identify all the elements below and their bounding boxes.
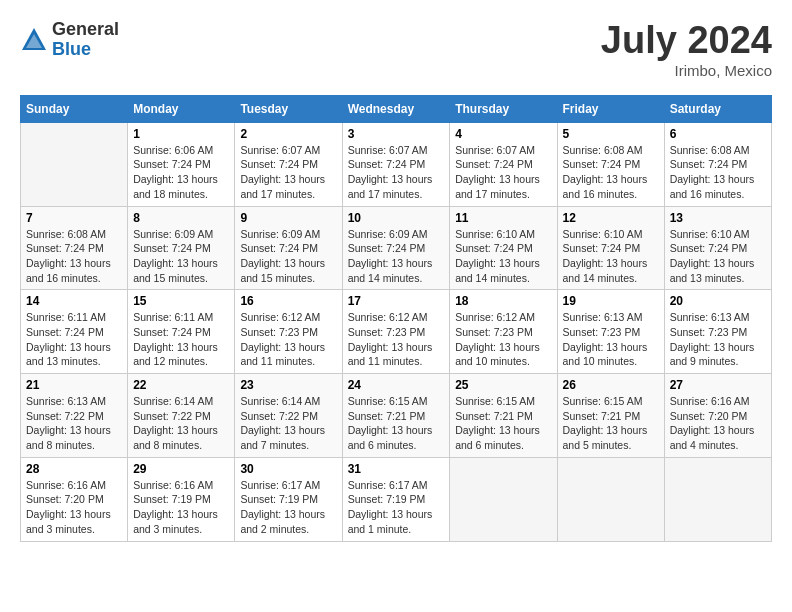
daylight-text: Daylight: 13 hours and 10 minutes. [563,341,648,368]
sunset-text: Sunset: 7:23 PM [563,326,641,338]
table-row: 15 Sunrise: 6:11 AM Sunset: 7:24 PM Dayl… [128,290,235,374]
day-number: 13 [670,211,766,225]
sunset-text: Sunset: 7:19 PM [348,493,426,505]
sunset-text: Sunset: 7:24 PM [563,242,641,254]
sunset-text: Sunset: 7:24 PM [133,326,211,338]
daylight-text: Daylight: 13 hours and 8 minutes. [133,424,218,451]
day-number: 7 [26,211,122,225]
cell-content: Sunrise: 6:15 AM Sunset: 7:21 PM Dayligh… [455,394,551,453]
day-number: 1 [133,127,229,141]
sunset-text: Sunset: 7:20 PM [26,493,104,505]
day-number: 15 [133,294,229,308]
day-number: 8 [133,211,229,225]
daylight-text: Daylight: 13 hours and 14 minutes. [563,257,648,284]
col-saturday: Saturday [664,95,771,122]
sunset-text: Sunset: 7:22 PM [133,410,211,422]
day-number: 19 [563,294,659,308]
table-row: 27 Sunrise: 6:16 AM Sunset: 7:20 PM Dayl… [664,374,771,458]
table-row: 22 Sunrise: 6:14 AM Sunset: 7:22 PM Dayl… [128,374,235,458]
logo-icon [20,26,48,54]
table-row: 11 Sunrise: 6:10 AM Sunset: 7:24 PM Dayl… [450,206,557,290]
sunrise-text: Sunrise: 6:13 AM [563,311,643,323]
sunset-text: Sunset: 7:21 PM [563,410,641,422]
table-row: 25 Sunrise: 6:15 AM Sunset: 7:21 PM Dayl… [450,374,557,458]
sunrise-text: Sunrise: 6:15 AM [348,395,428,407]
table-row: 2 Sunrise: 6:07 AM Sunset: 7:24 PM Dayli… [235,122,342,206]
day-number: 20 [670,294,766,308]
daylight-text: Daylight: 13 hours and 14 minutes. [348,257,433,284]
cell-content: Sunrise: 6:10 AM Sunset: 7:24 PM Dayligh… [670,227,766,286]
daylight-text: Daylight: 13 hours and 16 minutes. [670,173,755,200]
table-row [450,457,557,541]
cell-content: Sunrise: 6:13 AM Sunset: 7:22 PM Dayligh… [26,394,122,453]
col-monday: Monday [128,95,235,122]
daylight-text: Daylight: 13 hours and 3 minutes. [26,508,111,535]
day-number: 10 [348,211,445,225]
daylight-text: Daylight: 13 hours and 11 minutes. [240,341,325,368]
sunrise-text: Sunrise: 6:14 AM [240,395,320,407]
logo: General Blue [20,20,119,60]
table-row [664,457,771,541]
sunset-text: Sunset: 7:19 PM [240,493,318,505]
day-number: 11 [455,211,551,225]
table-row: 3 Sunrise: 6:07 AM Sunset: 7:24 PM Dayli… [342,122,450,206]
page-header: General Blue July 2024 Irimbo, Mexico [20,20,772,79]
sunset-text: Sunset: 7:21 PM [348,410,426,422]
cell-content: Sunrise: 6:11 AM Sunset: 7:24 PM Dayligh… [26,310,122,369]
table-row: 28 Sunrise: 6:16 AM Sunset: 7:20 PM Dayl… [21,457,128,541]
col-sunday: Sunday [21,95,128,122]
cell-content: Sunrise: 6:09 AM Sunset: 7:24 PM Dayligh… [240,227,336,286]
calendar-row: 21 Sunrise: 6:13 AM Sunset: 7:22 PM Dayl… [21,374,772,458]
table-row [557,457,664,541]
sunset-text: Sunset: 7:24 PM [670,158,748,170]
table-row: 24 Sunrise: 6:15 AM Sunset: 7:21 PM Dayl… [342,374,450,458]
table-row: 7 Sunrise: 6:08 AM Sunset: 7:24 PM Dayli… [21,206,128,290]
calendar-table: Sunday Monday Tuesday Wednesday Thursday… [20,95,772,542]
day-number: 22 [133,378,229,392]
sunrise-text: Sunrise: 6:06 AM [133,144,213,156]
table-row: 6 Sunrise: 6:08 AM Sunset: 7:24 PM Dayli… [664,122,771,206]
day-number: 16 [240,294,336,308]
table-row: 4 Sunrise: 6:07 AM Sunset: 7:24 PM Dayli… [450,122,557,206]
cell-content: Sunrise: 6:14 AM Sunset: 7:22 PM Dayligh… [133,394,229,453]
day-number: 5 [563,127,659,141]
table-row: 20 Sunrise: 6:13 AM Sunset: 7:23 PM Dayl… [664,290,771,374]
cell-content: Sunrise: 6:08 AM Sunset: 7:24 PM Dayligh… [670,143,766,202]
sunrise-text: Sunrise: 6:11 AM [133,311,213,323]
day-number: 2 [240,127,336,141]
sunset-text: Sunset: 7:24 PM [348,242,426,254]
table-row: 10 Sunrise: 6:09 AM Sunset: 7:24 PM Dayl… [342,206,450,290]
sunrise-text: Sunrise: 6:12 AM [348,311,428,323]
sunset-text: Sunset: 7:24 PM [26,242,104,254]
sunrise-text: Sunrise: 6:16 AM [26,479,106,491]
sunset-text: Sunset: 7:24 PM [240,158,318,170]
cell-content: Sunrise: 6:14 AM Sunset: 7:22 PM Dayligh… [240,394,336,453]
daylight-text: Daylight: 13 hours and 10 minutes. [455,341,540,368]
calendar-row: 28 Sunrise: 6:16 AM Sunset: 7:20 PM Dayl… [21,457,772,541]
day-number: 25 [455,378,551,392]
sunset-text: Sunset: 7:19 PM [133,493,211,505]
daylight-text: Daylight: 13 hours and 5 minutes. [563,424,648,451]
table-row: 9 Sunrise: 6:09 AM Sunset: 7:24 PM Dayli… [235,206,342,290]
cell-content: Sunrise: 6:08 AM Sunset: 7:24 PM Dayligh… [563,143,659,202]
cell-content: Sunrise: 6:16 AM Sunset: 7:20 PM Dayligh… [26,478,122,537]
daylight-text: Daylight: 13 hours and 15 minutes. [133,257,218,284]
daylight-text: Daylight: 13 hours and 7 minutes. [240,424,325,451]
cell-content: Sunrise: 6:07 AM Sunset: 7:24 PM Dayligh… [240,143,336,202]
sunrise-text: Sunrise: 6:07 AM [348,144,428,156]
sunrise-text: Sunrise: 6:13 AM [670,311,750,323]
daylight-text: Daylight: 13 hours and 18 minutes. [133,173,218,200]
day-number: 17 [348,294,445,308]
daylight-text: Daylight: 13 hours and 13 minutes. [26,341,111,368]
sunrise-text: Sunrise: 6:09 AM [133,228,213,240]
cell-content: Sunrise: 6:12 AM Sunset: 7:23 PM Dayligh… [348,310,445,369]
table-row [21,122,128,206]
day-number: 30 [240,462,336,476]
daylight-text: Daylight: 13 hours and 16 minutes. [26,257,111,284]
day-number: 23 [240,378,336,392]
daylight-text: Daylight: 13 hours and 4 minutes. [670,424,755,451]
sunset-text: Sunset: 7:21 PM [455,410,533,422]
sunrise-text: Sunrise: 6:17 AM [240,479,320,491]
cell-content: Sunrise: 6:09 AM Sunset: 7:24 PM Dayligh… [133,227,229,286]
sunrise-text: Sunrise: 6:14 AM [133,395,213,407]
